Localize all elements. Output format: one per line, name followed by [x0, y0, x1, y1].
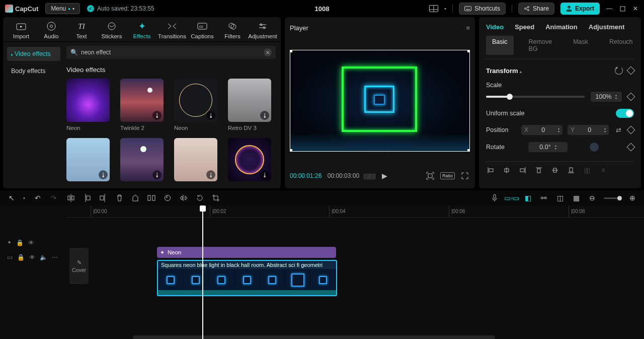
split-icon[interactable]	[66, 194, 75, 202]
share-button[interactable]: Share	[518, 3, 554, 15]
tab-transitions[interactable]: Transitions	[157, 21, 187, 39]
player-menu-icon[interactable]: ≡	[466, 24, 470, 32]
align-left-icon[interactable]	[486, 167, 495, 174]
magnet-track-icon[interactable]: ◧	[523, 194, 532, 202]
reset-transform-icon[interactable]	[615, 66, 623, 75]
align-top-icon[interactable]	[534, 167, 543, 174]
play-button[interactable]: ▶	[379, 171, 389, 181]
download-icon[interactable]: ⭳	[206, 111, 215, 120]
timeline-tracks[interactable]: ✎ Cover |00:00 |00:02 |00:04 |00:06 |00:…	[66, 206, 644, 339]
delete-right-icon[interactable]	[99, 194, 108, 202]
magnet-main-icon[interactable]: ▭◦▭	[507, 194, 516, 202]
effect-item[interactable]: Neon	[66, 79, 111, 131]
layout-icon[interactable]	[429, 5, 438, 12]
align-center-v-icon[interactable]	[550, 167, 559, 174]
download-icon[interactable]: ⭳	[260, 170, 269, 179]
download-icon[interactable]: ⭳	[152, 170, 162, 179]
tab-audio[interactable]: Audio	[37, 21, 66, 39]
tab-adjustment-insp[interactable]: Adjustment	[589, 23, 625, 31]
tab-captions[interactable]: ccCaptions	[188, 21, 217, 39]
frame-scan-icon[interactable]	[425, 171, 435, 181]
playhead[interactable]	[202, 206, 203, 339]
snap-icon[interactable]: ◫	[555, 194, 565, 202]
effect-item[interactable]: ⭳	[174, 138, 219, 183]
compare-icon[interactable]: ▤▤	[364, 171, 374, 181]
zoom-out-icon[interactable]: ⊖	[588, 194, 597, 202]
selection-tool-icon[interactable]: ↖	[7, 194, 16, 202]
keyframe-icon[interactable]	[627, 143, 635, 152]
subtab-retouch[interactable]: Retouch	[603, 36, 639, 55]
chevron-down-icon[interactable]: ▾	[23, 196, 25, 200]
effect-item[interactable]: ⭳Neon	[174, 79, 219, 131]
sidebar-item-body-effects[interactable]: Body effects	[7, 64, 60, 78]
marker-icon[interactable]	[131, 194, 140, 201]
uniform-scale-toggle[interactable]	[616, 109, 634, 118]
delete-left-icon[interactable]	[83, 194, 92, 202]
download-icon[interactable]: ⭳	[260, 111, 269, 120]
rotate-dial-icon[interactable]	[590, 143, 599, 152]
export-button[interactable]: Export	[560, 3, 600, 15]
position-x-input[interactable]: X0▴▾	[521, 125, 562, 135]
preview-axis-icon[interactable]: ▦	[572, 194, 581, 202]
mic-icon[interactable]	[490, 194, 499, 202]
tab-filters[interactable]: Filters	[218, 21, 247, 39]
rotate-icon[interactable]	[195, 194, 204, 201]
subtab-basic[interactable]: Basic	[486, 36, 514, 55]
clear-search-icon[interactable]: ✕	[264, 48, 272, 56]
sidebar-item-video-effects[interactable]: ▸Video effects	[7, 47, 60, 61]
undo-icon[interactable]: ↶	[33, 194, 42, 202]
download-icon[interactable]: ⭳	[206, 170, 215, 179]
zoom-slider[interactable]	[604, 197, 621, 199]
link-xy-icon[interactable]: ⇄	[614, 126, 623, 134]
effect-item[interactable]: ⭳	[120, 138, 165, 183]
effect-clip[interactable]: ✦ Neon	[157, 247, 336, 258]
tab-effects[interactable]: ✦Effects	[127, 21, 156, 39]
keyframe-icon[interactable]	[627, 93, 635, 101]
tab-stickers[interactable]: Stickers	[97, 21, 126, 39]
video-clip[interactable]: Squares neon blue light in black hall ro…	[157, 260, 337, 296]
video-track-header[interactable]: ▭🔒👁🔈⋯	[0, 251, 66, 287]
rotate-value[interactable]: 0.0°▴▾	[528, 142, 568, 152]
position-y-input[interactable]: Y0▴▾	[568, 125, 609, 135]
align-bottom-icon[interactable]	[567, 167, 576, 174]
project-title[interactable]: 1008	[315, 5, 330, 13]
link-icon[interactable]: ⚯	[539, 194, 548, 202]
eye-icon[interactable]: 👁	[28, 239, 34, 246]
effects-search[interactable]: 🔍 ✕	[66, 46, 276, 59]
mirror-icon[interactable]	[179, 194, 188, 201]
tab-text[interactable]: TIText	[67, 21, 96, 39]
search-input[interactable]	[81, 49, 261, 56]
shortcuts-button[interactable]: Shortcuts	[459, 3, 506, 15]
freeze-icon[interactable]	[147, 194, 156, 201]
keyframe-icon[interactable]	[627, 66, 635, 75]
scale-slider[interactable]	[486, 96, 585, 98]
download-icon[interactable]: ⭳	[99, 170, 108, 179]
reverse-icon[interactable]	[163, 194, 172, 201]
cover-button[interactable]: ✎ Cover	[69, 248, 89, 284]
minimize-button[interactable]: —	[606, 5, 613, 12]
subtab-mask[interactable]: Mask	[567, 36, 594, 55]
keyframe-icon[interactable]	[627, 126, 635, 134]
scale-value[interactable]: 100%▴▾	[591, 92, 622, 102]
close-button[interactable]: ✕	[632, 5, 639, 12]
subtab-removebg[interactable]: Remove BG	[523, 36, 558, 55]
effect-item[interactable]: ⭳	[66, 138, 111, 183]
more-icon[interactable]: ⋯	[52, 254, 58, 261]
tab-animation[interactable]: Animation	[545, 23, 578, 31]
tab-video[interactable]: Video	[486, 23, 504, 31]
fullscreen-icon[interactable]	[460, 171, 470, 181]
video-preview[interactable]	[290, 50, 470, 152]
tab-import[interactable]: Import	[7, 21, 36, 39]
timeline-ruler[interactable]: |00:00 |00:02 |00:04 |00:06 |00:08	[66, 206, 644, 218]
lock-icon[interactable]: 🔒	[17, 254, 25, 261]
ratio-button[interactable]: Ratio	[440, 172, 455, 179]
tab-adjustment[interactable]: Adjustment	[248, 21, 277, 39]
mute-icon[interactable]: 🔈	[40, 254, 47, 261]
effect-item[interactable]: ⭳Retro DV 3	[228, 79, 273, 131]
eye-icon[interactable]: 👁	[29, 254, 35, 261]
chevron-down-icon[interactable]: ▾	[444, 7, 446, 11]
delete-icon[interactable]	[115, 194, 124, 201]
effect-track-header[interactable]: ✦🔒👁	[0, 235, 66, 251]
zoom-in-icon[interactable]: ⊕	[628, 194, 637, 202]
timeline-scrollbar[interactable]	[133, 335, 495, 339]
